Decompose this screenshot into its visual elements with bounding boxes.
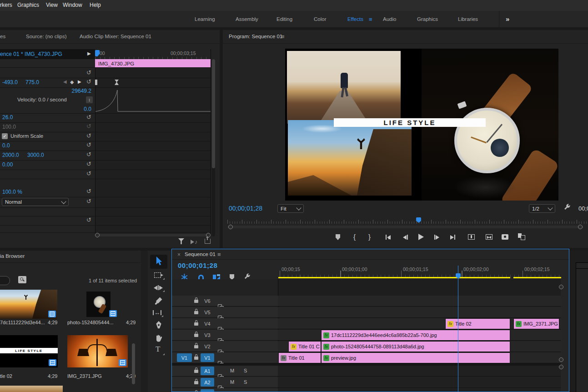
- prev-keyframe-icon[interactable]: ◀: [63, 79, 67, 84]
- reset-icon[interactable]: ↺: [86, 188, 91, 194]
- comparison-view-icon[interactable]: [518, 233, 525, 240]
- ec-ruler[interactable]: 00 00;00;03;15: [95, 49, 211, 59]
- scroll-handle-left[interactable]: [228, 225, 233, 229]
- workspace-tab-effects[interactable]: Effects: [347, 16, 363, 22]
- export-icon[interactable]: [205, 239, 211, 244]
- shutter-value[interactable]: 0.00: [2, 161, 13, 168]
- timeline-ruler[interactable]: 00;00;15 00;00;01;00 00;00;01;15 00;00;0…: [278, 266, 560, 277]
- pair-a-value[interactable]: 2000.0: [2, 152, 19, 158]
- track-content-v6[interactable]: [278, 296, 561, 307]
- search-bin-icon[interactable]: [18, 276, 26, 283]
- fx-badge-icon[interactable]: fx: [447, 321, 453, 327]
- add-keyframe-icon[interactable]: ◆: [70, 79, 74, 85]
- lock-icon[interactable]: [194, 370, 198, 373]
- reset-icon[interactable]: ↺: [86, 133, 91, 139]
- timeline-panel-menu-icon[interactable]: ≡: [217, 251, 221, 258]
- tab-effect-controls[interactable]: es: [0, 34, 5, 39]
- clip-title-02[interactable]: fx Title 02: [445, 318, 510, 329]
- reset-icon[interactable]: ↺: [86, 79, 91, 85]
- lock-icon[interactable]: [194, 311, 198, 314]
- tab-program[interactable]: Program: Sequence 01: [229, 34, 282, 39]
- workspace-tab-graphics[interactable]: Graphics: [417, 16, 438, 22]
- program-ruler[interactable]: [227, 217, 588, 224]
- position-y-value[interactable]: 775.0: [25, 79, 39, 85]
- zoom-level-select[interactable]: Fit: [277, 204, 304, 213]
- vscroll-handle[interactable]: [559, 365, 563, 369]
- hand-tool[interactable]: [154, 334, 163, 343]
- lock-icon[interactable]: [194, 334, 198, 337]
- track-content-v5[interactable]: [278, 307, 561, 318]
- media-item-name[interactable]: photo-1524805444...: [67, 320, 122, 325]
- track-content-a1[interactable]: [278, 366, 561, 377]
- fx-badge-icon[interactable]: fx: [516, 321, 522, 327]
- media-item-name[interactable]: IMG_2371.JPG: [67, 373, 102, 379]
- lock-icon[interactable]: [194, 300, 198, 303]
- workspace-tab-color[interactable]: Color: [314, 16, 326, 22]
- fx-badge-icon[interactable]: fx: [323, 355, 329, 361]
- rotation-value[interactable]: 26.0: [2, 114, 13, 121]
- track-label-a2[interactable]: A2: [201, 378, 214, 387]
- tab-audio-clip-mixer[interactable]: Audio Clip Mixer: Sequence 01: [80, 34, 151, 39]
- timeline-playhead-line[interactable]: [458, 266, 458, 392]
- timeline-timecode[interactable]: 00;00;01;28: [178, 261, 217, 269]
- media-thumb-partial[interactable]: [0, 386, 63, 392]
- media-vscrollbar-thumb[interactable]: [132, 343, 135, 384]
- solo-button[interactable]: S: [244, 368, 247, 373]
- track-label-v4[interactable]: V4: [201, 319, 214, 328]
- reset-icon[interactable]: ↺: [86, 70, 91, 75]
- add-marker-icon[interactable]: [336, 234, 340, 240]
- reset-icon[interactable]: ↺: [86, 151, 91, 157]
- tab-source[interactable]: Source: (no clips): [26, 34, 66, 39]
- fx-badge-icon[interactable]: fx: [281, 355, 286, 361]
- extract-icon[interactable]: [486, 234, 493, 240]
- track-select-forward-tool[interactable]: [154, 272, 161, 278]
- mark-out-icon[interactable]: }: [368, 233, 371, 241]
- vscroll-handle[interactable]: [559, 285, 563, 289]
- export-frame-camera-icon[interactable]: [502, 234, 508, 240]
- ec-clip-title[interactable]: ence 01 * IMG_4730.JPG: [0, 51, 62, 57]
- lock-icon[interactable]: [194, 322, 198, 326]
- program-timecode[interactable]: 00;00;01;28: [229, 205, 262, 212]
- track-label-v1[interactable]: V1: [201, 353, 214, 362]
- track-content-a2[interactable]: [278, 377, 561, 388]
- play-audio-icon[interactable]: ♪: [191, 239, 197, 245]
- fx-badge-icon[interactable]: fx: [323, 344, 329, 350]
- clip-17dc-jpg[interactable]: fx 17dc1112229d3e446eed4c6a985b22a5-700.…: [321, 330, 510, 341]
- opacity-value[interactable]: 100.0 %: [2, 189, 22, 195]
- reset-icon[interactable]: ↺: [86, 198, 91, 204]
- media-item-name[interactable]: 7dc1112229d3e44...: [0, 320, 45, 325]
- clip-title-01-c[interactable]: fx Title 01 C: [288, 341, 321, 352]
- velocity-toggle-icon[interactable]: ↕: [86, 96, 93, 103]
- uniform-scale-checkbox[interactable]: ✓: [2, 133, 8, 139]
- workspace-tab-learning[interactable]: Learning: [195, 16, 215, 22]
- program-scrollbar[interactable]: [227, 225, 583, 229]
- next-keyframe-icon[interactable]: ▶: [78, 79, 81, 84]
- menu-graphics[interactable]: Graphics: [17, 2, 39, 8]
- workspace-tab-audio[interactable]: Audio: [383, 16, 396, 22]
- track-label-v5[interactable]: V5: [201, 308, 214, 317]
- workspace-tab-assembly[interactable]: Assembly: [236, 16, 258, 22]
- pen-tool[interactable]: [155, 321, 163, 330]
- search-input[interactable]: [0, 276, 10, 285]
- expand-icon[interactable]: ▶: [87, 51, 91, 56]
- position-x-value[interactable]: -493.0: [2, 79, 18, 85]
- track-label-v3[interactable]: V3: [201, 331, 214, 339]
- tab-media-browser[interactable]: ia Browser: [0, 253, 25, 259]
- reset-icon[interactable]: ↺: [86, 217, 91, 223]
- reset-icon[interactable]: ↺: [86, 171, 91, 176]
- reset-icon[interactable]: ↺: [86, 114, 91, 120]
- track-content-a3[interactable]: [278, 388, 561, 392]
- clip-preview-jpg[interactable]: fx preview.jpg: [321, 352, 510, 363]
- mute-button[interactable]: M: [230, 368, 234, 373]
- lock-icon[interactable]: [194, 357, 198, 360]
- keyframe-marker[interactable]: [115, 80, 119, 85]
- lock-icon[interactable]: [194, 345, 198, 348]
- track-label-v6[interactable]: V6: [201, 297, 214, 305]
- mute-button[interactable]: M: [230, 379, 234, 385]
- media-thumb-title02[interactable]: LIFE STYLE: [0, 335, 58, 367]
- clip-photo-jpg[interactable]: fx photo-1524805444758-089113d48a6d.jpg: [321, 341, 510, 352]
- ec-vscrollbar[interactable]: [212, 59, 215, 236]
- anchor-value[interactable]: 0.0: [2, 142, 10, 149]
- tab-sequence-01[interactable]: Sequence 01: [185, 251, 216, 257]
- workspace-overflow-icon[interactable]: »: [506, 15, 509, 23]
